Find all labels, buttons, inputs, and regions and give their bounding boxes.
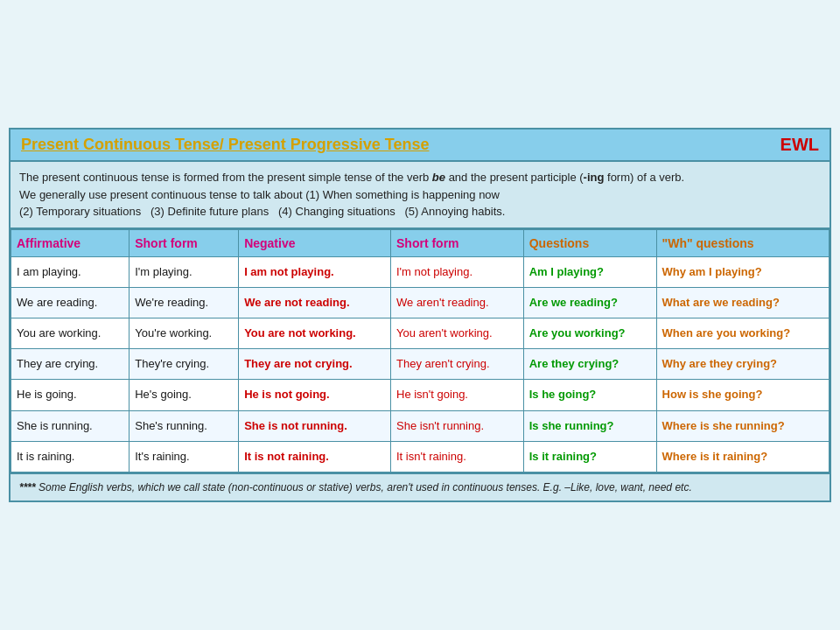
table-row: I am playing. I'm playing. I am not play… (11, 256, 830, 287)
cell-wh-questions: Where is it raining? (656, 441, 829, 472)
desc-line1: The present continuous tense is formed f… (19, 171, 684, 184)
table-row: We are reading. We're reading. We are no… (11, 287, 830, 318)
cell-short-form2: You aren't working. (391, 318, 524, 348)
header-short-form2: Short form (391, 229, 524, 256)
cell-wh-questions: Where is she running? (656, 410, 829, 441)
cell-affirmative: She is running. (11, 410, 130, 441)
table-row: You are working. You're working. You are… (11, 318, 830, 348)
cell-questions: Is he going? (523, 380, 656, 410)
table-body: I am playing. I'm playing. I am not play… (11, 256, 830, 472)
footer-note: **** Some English verbs, which we call s… (10, 472, 830, 500)
cell-short-form1: He's going. (130, 380, 239, 410)
cell-short-form1: You're working. (130, 318, 239, 348)
cell-short-form1: We're reading. (130, 287, 239, 318)
cell-short-form2: It isn't raining. (391, 441, 524, 472)
main-container: Present Continuous Tense/ Present Progre… (9, 128, 831, 502)
cell-short-form2: I'm not playing. (391, 256, 524, 287)
cell-negative: We are not reading. (239, 287, 391, 318)
cell-questions: Are they crying? (523, 349, 656, 380)
cell-negative: He is not going. (239, 380, 391, 410)
cell-affirmative: They are crying. (11, 349, 130, 380)
table-row: It is raining. It's raining. It is not r… (11, 441, 830, 472)
header-affirmative: Affirmative (11, 229, 130, 256)
cell-negative: She is not running. (239, 410, 391, 441)
cell-negative: You are not working. (239, 318, 391, 348)
cell-wh-questions: Why am I playing? (656, 256, 829, 287)
cell-questions: Is it raining? (523, 441, 656, 472)
cell-short-form1: It's raining. (130, 441, 239, 472)
table-row: They are crying. They're crying. They ar… (11, 349, 830, 380)
cell-affirmative: He is going. (11, 380, 130, 410)
table-row: She is running. She's running. She is no… (11, 410, 830, 441)
cell-questions: Am I playing? (523, 256, 656, 287)
cell-wh-questions: Why are they crying? (656, 349, 829, 380)
cell-short-form2: He isn't going. (391, 380, 524, 410)
cell-negative: It is not raining. (239, 441, 391, 472)
header-negative: Negative (239, 229, 391, 256)
cell-short-form1: They're crying. (130, 349, 239, 380)
cell-short-form1: I'm playing. (130, 256, 239, 287)
ewl-badge: EWL (780, 135, 819, 155)
header-wh-questions: "Wh" questions (656, 229, 829, 256)
title-bar: Present Continuous Tense/ Present Progre… (10, 130, 830, 162)
table-header-row: Affirmative Short form Negative Short fo… (11, 229, 830, 256)
cell-affirmative: You are working. (11, 318, 130, 348)
cell-questions: Are you working? (523, 318, 656, 348)
cell-short-form2: She isn't running. (391, 410, 524, 441)
cell-wh-questions: How is she going? (656, 380, 829, 410)
cell-affirmative: It is raining. (11, 441, 130, 472)
desc-line3: We generally use present continuous tens… (19, 188, 500, 201)
cell-affirmative: We are reading. (11, 287, 130, 318)
description: The present continuous tense is formed f… (10, 162, 830, 229)
cell-wh-questions: When are you working? (656, 318, 829, 348)
header-short-form1: Short form (130, 229, 239, 256)
cell-negative: They are not crying. (239, 349, 391, 380)
header-questions: Questions (523, 229, 656, 256)
cell-questions: Is she running? (523, 410, 656, 441)
table-row: He is going. He's going. He is not going… (11, 380, 830, 410)
page-title: Present Continuous Tense/ Present Progre… (21, 136, 429, 154)
cell-short-form1: She's running. (130, 410, 239, 441)
cell-short-form2: We aren't reading. (391, 287, 524, 318)
cell-short-form2: They aren't crying. (391, 349, 524, 380)
footer-text: Some English verbs, which we call state … (38, 481, 692, 494)
cell-negative: I am not playing. (239, 256, 391, 287)
tense-table: Affirmative Short form Negative Short fo… (10, 229, 830, 472)
cell-affirmative: I am playing. (11, 256, 130, 287)
cell-wh-questions: What are we reading? (656, 287, 829, 318)
footer-stars: **** (19, 481, 36, 494)
cell-questions: Are we reading? (523, 287, 656, 318)
desc-line4: (2) Temporary situations (3) Definite fu… (19, 205, 505, 218)
